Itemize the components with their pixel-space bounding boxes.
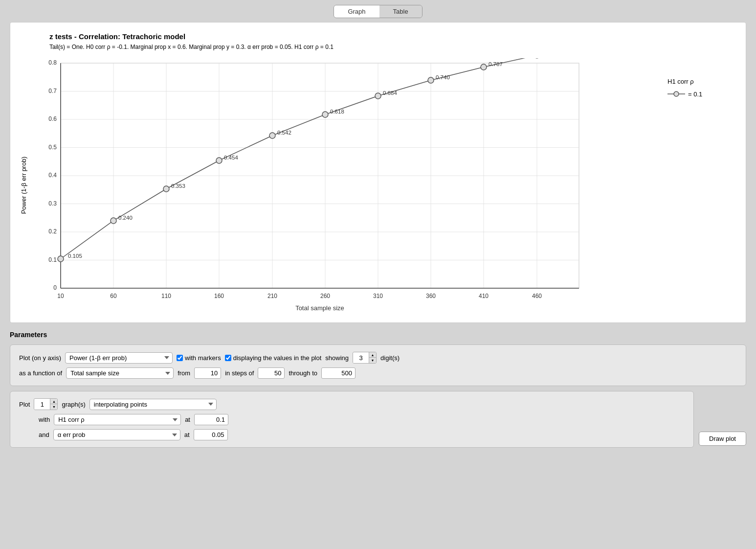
displaying-checkbox[interactable] — [225, 355, 231, 361]
graphs-label: graph(s) — [62, 401, 85, 408]
and-label: and — [39, 431, 49, 438]
svg-text:0.8: 0.8 — [48, 59, 57, 66]
plot-num-up-btn[interactable]: ▲ — [50, 399, 57, 404]
svg-point-43 — [58, 256, 64, 262]
from-input[interactable] — [194, 367, 221, 379]
plot-label-2: Plot — [19, 401, 30, 408]
svg-text:0.454: 0.454 — [224, 155, 238, 160]
at-label-1: at — [185, 416, 190, 423]
param-row-3: Plot ▲ ▼ graph(s) interpolating points — [19, 398, 685, 410]
svg-text:0.4: 0.4 — [48, 172, 57, 179]
svg-text:0.353: 0.353 — [171, 183, 185, 189]
svg-text:0.6: 0.6 — [48, 115, 57, 122]
svg-point-49 — [375, 93, 381, 99]
svg-text:360: 360 — [426, 293, 436, 299]
displaying-label: displaying the values in the plot — [233, 354, 322, 362]
svg-text:410: 410 — [479, 293, 489, 299]
svg-point-45 — [163, 186, 169, 192]
legend-item: = 0.1 — [667, 90, 736, 98]
draw-plot-button[interactable]: Draw plot — [699, 432, 746, 446]
function-select[interactable]: Total sample size — [66, 367, 174, 379]
digits-up-btn[interactable]: ▲ — [369, 352, 376, 358]
svg-text:0.7: 0.7 — [48, 88, 57, 94]
plot-num-stepper[interactable]: ▲ ▼ — [34, 398, 58, 410]
svg-text:210: 210 — [267, 293, 277, 299]
tab-group: Graph Table — [334, 5, 422, 18]
parameters-section: Parameters Plot (on y axis) Power (1-β e… — [0, 323, 756, 460]
y-axis-label: Power (1-β err prob) — [20, 157, 27, 214]
alpha-err-value-input[interactable] — [194, 429, 228, 440]
with-markers-label: with markers — [185, 354, 221, 362]
svg-text:0.2: 0.2 — [48, 228, 57, 235]
svg-text:160: 160 — [214, 293, 224, 299]
svg-text:0.740: 0.740 — [436, 74, 450, 80]
with-label: with — [39, 416, 50, 423]
interpolation-select[interactable]: interpolating points — [89, 399, 217, 410]
svg-text:0.542: 0.542 — [277, 130, 291, 136]
param-row-1: Plot (on y axis) Power (1-β err prob) wi… — [19, 352, 737, 364]
svg-point-44 — [111, 218, 116, 224]
legend-value: = 0.1 — [688, 91, 702, 98]
chart-plot-wrapper: 0 0.1 0.2 0.3 0.4 0.5 0.6 0.7 0.8 10 60 … — [31, 58, 658, 313]
at-label-2: at — [184, 431, 190, 438]
chart-svg: 0 0.1 0.2 0.3 0.4 0.5 0.6 0.7 0.8 10 60 … — [31, 58, 599, 313]
h1-corr-select[interactable]: H1 corr ρ — [54, 414, 181, 425]
tab-bar: Graph Table — [0, 0, 756, 22]
svg-text:0.5: 0.5 — [48, 144, 57, 151]
tab-table[interactable]: Table — [379, 5, 422, 18]
svg-point-47 — [269, 133, 275, 138]
svg-point-48 — [322, 112, 328, 117]
digits-down-btn[interactable]: ▼ — [369, 358, 376, 363]
svg-text:260: 260 — [320, 293, 330, 299]
chart-title: z tests - Correlation: Tetrachoric model — [49, 32, 736, 41]
plot-y-axis-select[interactable]: Power (1-β err prob) — [65, 352, 173, 364]
h1-corr-value-input[interactable] — [194, 414, 228, 425]
tab-graph[interactable]: Graph — [334, 5, 379, 18]
alpha-err-select[interactable]: α err prob — [53, 429, 180, 440]
digits-label: digit(s) — [380, 354, 400, 362]
from-label: from — [178, 369, 190, 377]
in-steps-label: in steps of — [225, 369, 254, 377]
plot-num-input[interactable] — [34, 399, 50, 410]
svg-text:110: 110 — [161, 293, 171, 299]
svg-point-50 — [428, 77, 434, 83]
showing-label: showing — [325, 354, 349, 362]
plot-num-stepper-btns: ▲ ▼ — [50, 399, 57, 410]
svg-text:460: 460 — [532, 293, 542, 299]
svg-text:0.1: 0.1 — [48, 256, 57, 263]
svg-text:0.618: 0.618 — [330, 109, 344, 114]
plot-num-down-btn[interactable]: ▼ — [50, 404, 57, 410]
chart-area: Power (1-β err prob) — [20, 58, 736, 313]
param-row-4: with H1 corr ρ at — [19, 414, 685, 425]
param-row-5: and α err prob at — [19, 429, 685, 440]
through-input[interactable] — [321, 367, 356, 379]
svg-text:60: 60 — [110, 293, 117, 299]
graph-container: z tests - Correlation: Tetrachoric model… — [10, 22, 746, 323]
svg-text:0.787: 0.787 — [489, 61, 503, 67]
legend-area: H1 corr ρ = 0.1 — [658, 58, 736, 98]
svg-text:0.684: 0.684 — [383, 90, 397, 96]
digits-input[interactable] — [353, 353, 369, 363]
svg-text:310: 310 — [373, 293, 383, 299]
svg-text:0.3: 0.3 — [48, 200, 57, 207]
param-row-2: as a function of Total sample size from … — [19, 367, 737, 379]
svg-point-51 — [481, 64, 487, 70]
svg-text:10: 10 — [57, 293, 64, 299]
param-panel-1: Plot (on y axis) Power (1-β err prob) wi… — [10, 344, 746, 386]
param-panel-2: Plot ▲ ▼ graph(s) interpolating points w… — [10, 391, 694, 448]
steps-input[interactable] — [258, 367, 285, 379]
svg-text:0: 0 — [53, 284, 57, 291]
svg-text:0.105: 0.105 — [68, 253, 82, 259]
plot-label: Plot (on y axis) — [19, 354, 61, 362]
as-function-label: as a function of — [19, 369, 62, 377]
svg-point-46 — [216, 158, 222, 163]
with-markers-checkbox-label: with markers — [177, 354, 221, 362]
svg-point-64 — [674, 92, 679, 96]
displaying-checkbox-label: displaying the values in the plot — [225, 354, 322, 362]
draw-plot-area: Draw plot — [699, 391, 746, 453]
legend-title: H1 corr ρ — [667, 78, 736, 85]
through-to-label: through to — [289, 369, 317, 377]
digits-stepper[interactable]: ▲ ▼ — [353, 352, 377, 364]
with-markers-checkbox[interactable] — [177, 355, 183, 361]
chart-subtitle: Tail(s) = One. H0 corr ρ = -0.1. Margina… — [49, 43, 736, 51]
